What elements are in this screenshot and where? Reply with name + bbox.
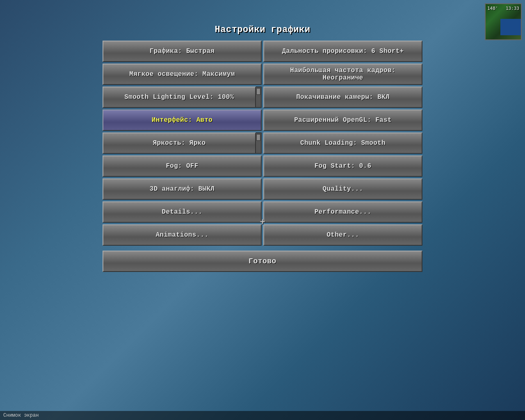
scrollbar-brightness[interactable] bbox=[256, 132, 262, 154]
bottom-bar-text: Снимок экран bbox=[3, 413, 39, 418]
bottom-bar: Снимок экран bbox=[0, 411, 525, 420]
done-button[interactable]: Готово bbox=[103, 251, 422, 272]
opengl-button[interactable]: Расширенный OpenGL: Fast bbox=[263, 110, 422, 131]
3d-anaglyph-button[interactable]: 3D анаглиф: ВЫКЛ bbox=[103, 178, 262, 200]
brightness-row: Яркость: Ярко bbox=[103, 132, 262, 154]
minimap-coords: 148' 13:33 bbox=[487, 6, 519, 11]
interface-button[interactable]: Интерфейс: Авто bbox=[103, 110, 262, 131]
hud-distance: 148' bbox=[487, 6, 498, 11]
quality-button[interactable]: Quality... bbox=[263, 178, 422, 200]
scrollbar-thumb-brightness[interactable] bbox=[256, 134, 260, 141]
settings-dialog: Настройки графики Графика: Быстрая Мягко… bbox=[103, 25, 422, 272]
other-button[interactable]: Other... bbox=[263, 224, 422, 246]
graphics-button[interactable]: Графика: Быстрая bbox=[103, 41, 262, 62]
scrollbar-thumb-left[interactable] bbox=[256, 88, 260, 95]
scrollbar-left[interactable] bbox=[256, 87, 262, 108]
animations-button[interactable]: Animations... bbox=[103, 224, 262, 246]
right-column: Дальность прорисовки: 6 Short+ Наибольша… bbox=[263, 41, 422, 247]
brightness-button[interactable]: Яркость: Ярко bbox=[103, 132, 256, 154]
details-button[interactable]: Details... bbox=[103, 201, 262, 223]
dialog-title: Настройки графики bbox=[215, 25, 310, 35]
fog-button[interactable]: Fog: OFF bbox=[103, 155, 262, 177]
camera-sway-button[interactable]: Покачивание камеры: ВКЛ bbox=[263, 87, 422, 108]
performance-button[interactable]: Performance... bbox=[263, 201, 422, 223]
render-distance-button[interactable]: Дальность прорисовки: 6 Short+ bbox=[263, 41, 422, 62]
smooth-lighting-level-button[interactable]: Smooth Lighting Level: 100% bbox=[103, 87, 256, 108]
max-framerate-button[interactable]: Наибольшая частота кадров: Неограниче bbox=[263, 64, 422, 85]
minimap-water bbox=[500, 19, 521, 35]
settings-grid: Графика: Быстрая Мягкое освещение: Макси… bbox=[103, 41, 422, 247]
minimap: 148' 13:33 bbox=[485, 3, 522, 40]
smooth-lighting-row: Smooth Lighting Level: 100% bbox=[103, 87, 262, 108]
hud-time: 13:33 bbox=[506, 6, 519, 11]
plus-icon: + bbox=[260, 217, 265, 228]
fog-start-button[interactable]: Fog Start: 0.6 bbox=[263, 155, 422, 177]
chunk-loading-button[interactable]: Chunk Loading: Smooth bbox=[263, 132, 422, 154]
soft-lighting-button[interactable]: Мягкое освещение: Максимум bbox=[103, 64, 262, 85]
left-column: Графика: Быстрая Мягкое освещение: Макси… bbox=[103, 41, 262, 247]
